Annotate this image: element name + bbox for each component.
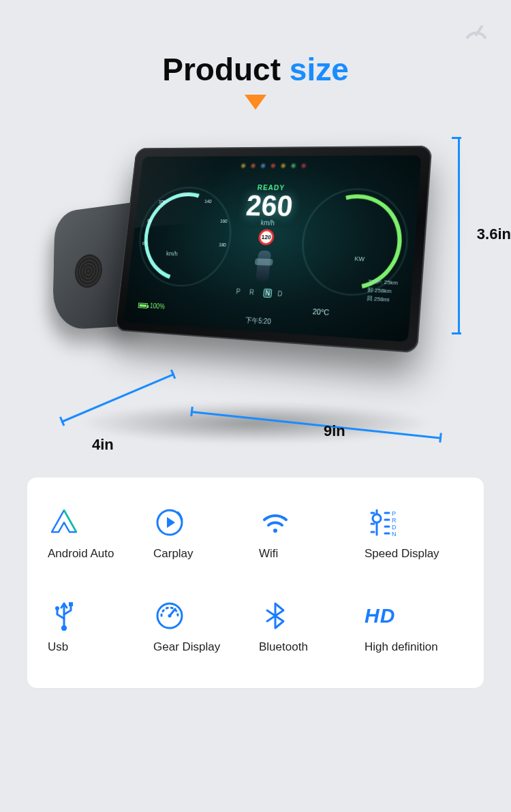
battery-indicator: 100% — [138, 301, 165, 310]
wifi-icon — [259, 505, 358, 540]
feature-label: Usb — [48, 640, 146, 654]
bluetooth-icon — [259, 598, 358, 634]
page-title: Product size — [0, 0, 511, 88]
feature-gear-display: Gear Display — [153, 598, 252, 654]
gear-display-icon — [153, 598, 252, 634]
feature-label: Wifi — [259, 547, 358, 561]
device-screen: 100 120 140 80 60 160 180 km/h KW READY … — [114, 146, 432, 354]
svg-point-2 — [273, 529, 277, 533]
triangle-down-icon — [245, 95, 266, 110]
feature-label: Gear Display — [153, 640, 252, 654]
feature-label: Carplay — [153, 547, 252, 561]
title-word-1: Product — [162, 52, 281, 87]
power-gauge — [297, 188, 412, 299]
hd-icon: HD — [365, 598, 463, 634]
svg-rect-18 — [69, 602, 73, 606]
depth-dimension-label: 4in — [92, 436, 114, 454]
warning-indicator-row — [240, 163, 307, 170]
feature-label: Android Auto — [48, 547, 146, 561]
feature-speed-display: P R D N Speed Display — [365, 505, 463, 561]
feature-carplay: Carplay — [153, 505, 252, 561]
feature-bluetooth: Bluetooth — [259, 598, 358, 654]
trip-info: TRIP: 25km 卸 258km 回 258mi — [367, 277, 399, 304]
speed-display-icon: P R D N — [365, 505, 463, 540]
brand-gauge-icon — [462, 17, 491, 48]
feature-card: Android Auto Carplay Wifi — [27, 478, 484, 688]
svg-point-17 — [55, 606, 59, 610]
feature-label: Bluetooth — [259, 640, 358, 654]
feature-label: Speed Display — [365, 547, 463, 561]
title-word-2: size — [290, 52, 349, 87]
gear-indicator: P R N D — [213, 287, 310, 300]
product-diagram: 100 120 140 80 60 160 180 km/h KW READY … — [37, 137, 474, 437]
carplay-icon — [153, 505, 252, 540]
feature-android-auto: Android Auto — [48, 505, 146, 561]
svg-point-22 — [168, 614, 172, 618]
svg-point-19 — [61, 625, 67, 631]
svg-text:D: D — [392, 524, 397, 531]
android-auto-icon — [48, 505, 146, 540]
usb-icon — [48, 598, 146, 634]
svg-text:R: R — [392, 517, 397, 524]
svg-text:N: N — [392, 531, 397, 537]
svg-point-4 — [373, 514, 381, 522]
car-icon — [249, 250, 278, 288]
temperature-readout: 20°C — [312, 307, 329, 317]
height-dimension-line — [458, 137, 460, 334]
width-dimension-label: 9in — [324, 422, 345, 440]
feature-usb: Usb — [48, 598, 146, 654]
power-unit-label: KW — [354, 255, 365, 263]
svg-text:P: P — [392, 510, 396, 517]
feature-hd: HD High definition — [365, 598, 463, 654]
feature-wifi: Wifi — [259, 505, 358, 561]
speed-unit-gauge: km/h — [166, 250, 179, 257]
feature-label: High definition — [365, 640, 463, 654]
speed-unit: km/h — [221, 218, 316, 228]
height-dimension-label: 3.6in — [477, 225, 511, 243]
